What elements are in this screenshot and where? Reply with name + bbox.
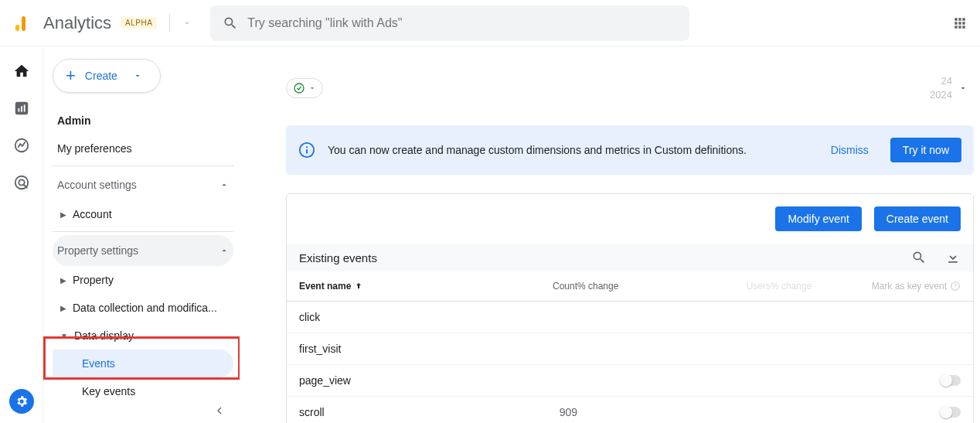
info-icon: [298, 142, 315, 159]
svg-text:?: ?: [954, 284, 957, 289]
nav-admin[interactable]: Admin: [53, 107, 233, 135]
nav-admin-label: Admin: [57, 114, 91, 127]
section-label: Account settings: [57, 179, 137, 191]
date-line2: 2024: [930, 88, 952, 102]
chevron-up-icon: [219, 180, 229, 189]
table-body: clickfirst_visitpage_viewscroll909: [287, 302, 973, 423]
home-icon[interactable]: [12, 62, 31, 80]
col-pct-change-2[interactable]: % change: [771, 281, 856, 292]
svg-rect-12: [306, 149, 308, 154]
date-range[interactable]: 24 2024: [930, 74, 974, 102]
col-label: Event name: [299, 281, 351, 292]
svg-rect-1: [22, 16, 26, 31]
search-icon: [223, 15, 238, 31]
section-label: Property settings: [57, 244, 138, 257]
dismiss-link[interactable]: Dismiss: [831, 144, 869, 156]
col-count[interactable]: Count: [508, 281, 577, 292]
svg-rect-5: [23, 104, 25, 111]
status-badge[interactable]: [286, 78, 323, 98]
info-banner: You can now create and manage custom dim…: [286, 125, 974, 175]
arrow-up-icon: [354, 281, 363, 291]
search-icon[interactable]: [911, 250, 927, 265]
svg-point-9: [294, 84, 304, 93]
divider: [169, 14, 170, 32]
cell-event-name: first_visit: [299, 343, 508, 355]
arrow-right-icon: ▶: [60, 304, 66, 312]
chevron-down-icon: [958, 84, 968, 93]
main-content: 24 2024 You can now create and manage cu…: [240, 46, 980, 423]
collapse-sidebar[interactable]: [213, 404, 226, 417]
subitem-label: Data collection and modifica...: [73, 302, 217, 314]
arrow-right-icon: ▶: [60, 210, 66, 219]
product-name: Analytics: [43, 13, 111, 33]
cell-count: 909: [508, 406, 577, 418]
reports-icon[interactable]: [12, 99, 31, 118]
search-box[interactable]: [210, 5, 689, 41]
gear-icon: [15, 394, 29, 408]
separator: [53, 165, 233, 166]
advertising-icon[interactable]: [12, 173, 31, 192]
svg-rect-3: [18, 108, 19, 112]
chevron-up-icon: [219, 246, 229, 255]
chevron-left-icon: [213, 404, 226, 417]
col-pct-change[interactable]: % change: [577, 281, 693, 292]
cell-mark: [856, 407, 961, 418]
col-event-name[interactable]: Event name: [299, 281, 508, 292]
apps-icon[interactable]: [952, 15, 968, 31]
table-row[interactable]: first_visit: [287, 333, 973, 365]
subitem-events[interactable]: Events: [53, 350, 233, 377]
subitem-data-collection[interactable]: ▶ Data collection and modifica...: [53, 294, 233, 322]
svg-rect-0: [15, 25, 19, 31]
explore-icon[interactable]: [12, 136, 31, 155]
logo[interactable]: Analytics ALPHA: [12, 13, 157, 33]
table-title: Existing events: [299, 251, 377, 264]
help-icon[interactable]: ?: [950, 281, 961, 292]
analytics-logo-icon: [12, 14, 31, 32]
create-event-button[interactable]: Create event: [874, 206, 961, 231]
toggle-key-event[interactable]: [941, 407, 961, 418]
check-circle-icon: [293, 82, 305, 94]
toggle-key-event[interactable]: [941, 375, 961, 386]
plus-icon: +: [66, 66, 76, 86]
subitem-account[interactable]: ▶ Account: [53, 200, 233, 228]
events-card: Modify event Create event Existing event…: [286, 193, 974, 423]
table-row[interactable]: scroll909: [287, 397, 973, 423]
search-input[interactable]: [247, 16, 677, 30]
sidebar: + Create Admin My preferences Account se…: [43, 46, 240, 423]
arrow-down-icon: ▼: [60, 332, 68, 340]
account-dropdown[interactable]: [182, 19, 192, 28]
svg-rect-4: [21, 106, 22, 111]
banner-message: You can now create and manage custom dim…: [328, 144, 818, 156]
chevron-down-icon: [308, 84, 316, 92]
subitem-label: Property: [73, 274, 114, 286]
subitem-data-display[interactable]: ▼ Data display: [53, 322, 233, 350]
create-button[interactable]: + Create: [53, 59, 161, 93]
subitem-key-events[interactable]: Key events: [53, 377, 233, 405]
section-property-settings[interactable]: Property settings: [53, 235, 233, 266]
alpha-badge: ALPHA: [121, 17, 157, 29]
card-subheader: Existing events: [287, 244, 973, 271]
col-users[interactable]: Users: [693, 281, 771, 292]
modify-event-button[interactable]: Modify event: [775, 206, 861, 231]
chevron-down-icon: [133, 71, 142, 80]
col-mark-key: Mark as key event ?: [856, 281, 961, 292]
subitem-property[interactable]: ▶ Property: [53, 266, 233, 294]
subitem-label: Data display: [74, 329, 134, 342]
col-label: Mark as key event: [872, 281, 947, 292]
create-label: Create: [85, 70, 117, 82]
svg-point-11: [306, 147, 308, 148]
table-row[interactable]: click: [287, 302, 973, 333]
separator: [53, 231, 233, 232]
download-icon[interactable]: [945, 250, 961, 265]
nav-preferences[interactable]: My preferences: [53, 135, 233, 162]
table-header-row: Event name Count % change Users % change…: [287, 271, 973, 302]
section-account-settings[interactable]: Account settings: [53, 169, 233, 200]
admin-gear-button[interactable]: [9, 389, 34, 414]
chevron-down-icon: [182, 19, 192, 28]
arrow-right-icon: ▶: [60, 276, 66, 285]
date-line1: 24: [930, 74, 952, 88]
app-header: Analytics ALPHA: [0, 0, 980, 46]
try-it-now-button[interactable]: Try it now: [890, 138, 961, 162]
subitem-label: Account: [73, 208, 112, 220]
table-row[interactable]: page_view: [287, 365, 973, 397]
